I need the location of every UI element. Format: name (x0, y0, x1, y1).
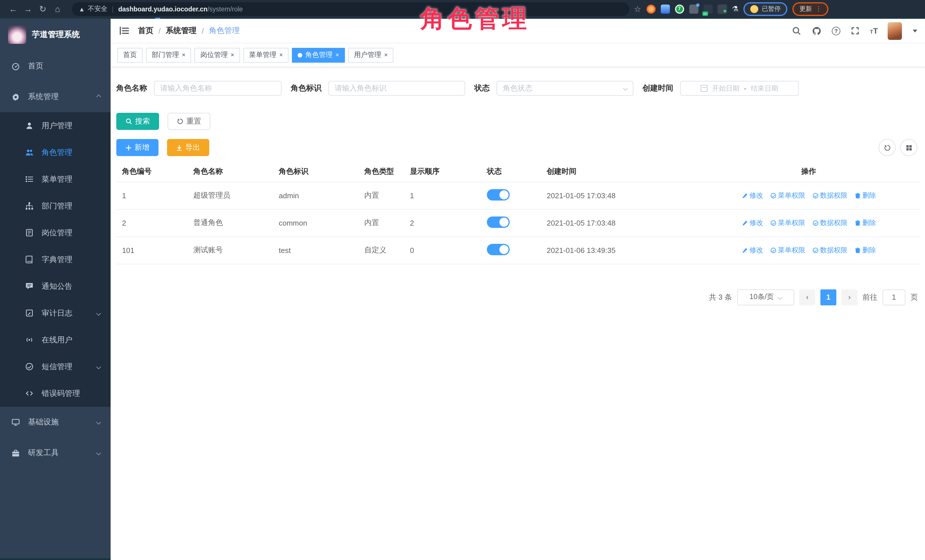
url-host: dashboard.yudao.iocoder.cn (118, 5, 208, 12)
close-icon[interactable]: × (279, 52, 283, 58)
browser-reload-icon[interactable]: ↻ (35, 2, 50, 16)
chevron-down-icon (96, 364, 101, 369)
sidebar-item-audit-log[interactable]: 审计日志 (0, 300, 111, 326)
chrome-bottom-strip (0, 18, 925, 19)
status-toggle[interactable] (487, 216, 510, 228)
menu-permission-link[interactable]: 菜单权限 (770, 218, 805, 228)
book-icon (25, 255, 34, 264)
col-role-key: 角色标识 (273, 162, 359, 182)
sidebar-item-role-mgmt[interactable]: 角色管理 (0, 139, 111, 166)
tag-role[interactable]: 角色管理× (292, 48, 345, 62)
add-button[interactable]: 新增 (116, 139, 158, 156)
search-form: 角色名称 请输入角色名称 角色标识 请输入角色标识 状态 角色状态 创建时间 开… (116, 81, 920, 96)
role-key-input[interactable]: 请输入角色标识 (328, 81, 465, 96)
sidebar-item-post-mgmt[interactable]: 岗位管理 (0, 219, 111, 246)
browser-home-icon[interactable]: ⌂ (50, 2, 65, 16)
sidebar-item-sms-mgmt[interactable]: 短信管理 (0, 353, 111, 380)
tag-post[interactable]: 岗位管理× (195, 48, 240, 62)
avatar-caret-icon[interactable] (913, 29, 917, 32)
tag-home[interactable]: 首页 (118, 48, 143, 62)
close-icon[interactable]: × (230, 52, 234, 58)
edit-link[interactable]: 修改 (741, 191, 763, 200)
edit-link[interactable]: 修改 (741, 218, 763, 228)
chevron-down-icon (777, 295, 782, 300)
sidebar-item-error-code[interactable]: 错误码管理 (0, 380, 111, 407)
sidebar-item-infrastructure[interactable]: 基础设施 (0, 407, 111, 437)
delete-link[interactable]: 删除 (854, 245, 876, 255)
chevron-down-icon (96, 450, 101, 455)
column-settings-button[interactable] (900, 139, 917, 156)
extension-icon-blue-gem[interactable] (660, 4, 670, 14)
tag-menu[interactable]: 菜单管理× (243, 48, 289, 62)
col-role-id: 角色编号 (116, 162, 188, 182)
reset-button[interactable]: 重置 (167, 113, 210, 130)
breadcrumb-home[interactable]: 首页 (138, 26, 154, 36)
data-permission-link[interactable]: 数据权限 (812, 245, 847, 255)
sidebar-item-notice[interactable]: 通知公告 (0, 273, 111, 300)
font-size-icon[interactable]: TT (870, 26, 878, 35)
sidebar-item-user-mgmt[interactable]: 用户管理 (0, 112, 111, 139)
menu-permission-link[interactable]: 菜单权限 (770, 191, 805, 200)
fullscreen-icon[interactable] (850, 26, 860, 36)
screen: ← → ↻ ⌂ ▲ 不安全 | dashboard.yudao.iocoder.… (0, 0, 925, 560)
page-number-1[interactable]: 1 (820, 289, 836, 305)
create-time-range-picker[interactable]: 开始日期 - 结束日期 (680, 81, 799, 96)
delete-link[interactable]: 删除 (854, 191, 876, 200)
address-bar[interactable]: ▲ 不安全 | dashboard.yudao.iocoder.cn/syste… (72, 2, 630, 16)
extension-icon-dark[interactable]: on (703, 4, 713, 14)
bookmark-star-icon[interactable]: ☆ (634, 4, 641, 14)
browser-back-icon[interactable]: ← (6, 2, 21, 16)
extension-icon-grid[interactable] (689, 4, 698, 14)
help-icon[interactable]: ? (832, 27, 840, 35)
sidebar-item-dept-mgmt[interactable]: 部门管理 (0, 192, 111, 219)
sidebar-item-online-users[interactable]: 在线用户 (0, 326, 111, 353)
data-permission-link[interactable]: 数据权限 (812, 191, 847, 200)
breadcrumb-system[interactable]: 系统管理 (166, 26, 197, 36)
hamburger-icon[interactable] (119, 25, 130, 36)
status-toggle[interactable] (487, 189, 510, 200)
edit-link[interactable]: 修改 (741, 245, 763, 255)
extension-icon-seven[interactable]: 7 (675, 4, 684, 14)
close-icon[interactable]: × (336, 52, 339, 58)
close-icon[interactable]: × (182, 52, 185, 58)
col-role-name: 角色名称 (188, 162, 273, 182)
avatar[interactable] (888, 22, 902, 40)
close-icon[interactable]: × (384, 52, 388, 58)
extension-icon-orange[interactable] (646, 4, 655, 14)
extensions-puzzle-icon[interactable]: ⚗ (732, 5, 738, 13)
sidebar-item-dict-mgmt[interactable]: 字典管理 (0, 246, 111, 273)
menu-permission-link[interactable]: 菜单权限 (770, 245, 805, 255)
export-button[interactable]: 导出 (167, 139, 209, 156)
goto-page-input[interactable]: 1 (883, 289, 905, 305)
search-button[interactable]: 搜索 (116, 113, 159, 130)
refresh-table-button[interactable] (878, 139, 896, 156)
browser-menu-icon[interactable]: ⋮ (815, 5, 821, 12)
github-icon[interactable] (812, 26, 822, 36)
recording-paused-pill[interactable]: 已暂停 (743, 2, 787, 16)
sidebar-item-dev-tools[interactable]: 研发工具 (0, 437, 111, 468)
not-secure-label: 不安全 (88, 5, 107, 13)
status-label: 状态 (475, 83, 490, 93)
prev-page-button[interactable]: ‹ (799, 289, 815, 305)
sidebar-logo-row[interactable]: 芋道管理系统 (0, 19, 111, 51)
sidebar-item-home[interactable]: 首页 (0, 51, 111, 81)
status-select[interactable]: 角色状态 (497, 81, 633, 96)
goto-label: 前往 (863, 292, 877, 302)
progress-fragment (155, 18, 160, 19)
role-name-input[interactable]: 请输入角色名称 (154, 81, 282, 96)
next-page-button[interactable]: › (842, 289, 857, 305)
browser-update-button[interactable]: 更新 ⋮ (792, 2, 829, 16)
sidebar-item-menu-mgmt[interactable]: 菜单管理 (0, 166, 111, 192)
header-search-icon[interactable] (792, 26, 802, 36)
page-size-select[interactable]: 10条/页 (737, 289, 794, 305)
extension-icon-bot[interactable] (717, 4, 727, 14)
chevron-down-icon (96, 420, 101, 425)
status-toggle[interactable] (487, 243, 510, 255)
browser-forward-icon[interactable]: → (21, 2, 35, 16)
sidebar-item-system[interactable]: 系统管理 (0, 81, 111, 112)
tag-user[interactable]: 用户管理× (348, 48, 394, 62)
delete-link[interactable]: 删除 (854, 218, 876, 228)
list-icon (25, 175, 34, 183)
tag-dept[interactable]: 部门管理× (146, 48, 191, 62)
data-permission-link[interactable]: 数据权限 (812, 218, 847, 228)
